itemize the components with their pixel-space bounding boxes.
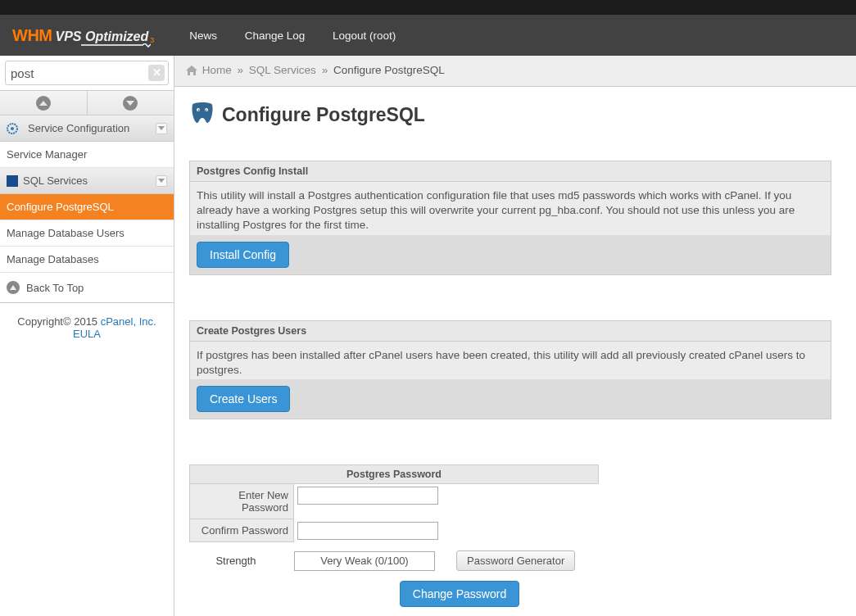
sidebar-item-label: Service Manager (7, 148, 87, 161)
password-header: Postgres Password (189, 464, 599, 484)
sidebar-item-label: Manage Database Users (7, 227, 125, 239)
new-password-input[interactable] (297, 487, 438, 505)
arrow-up-icon (39, 101, 48, 106)
password-section: Postgres Password Enter New Password Con… (189, 464, 599, 607)
strength-label: Strength (189, 555, 294, 567)
sidebar-section-service-config[interactable]: Service Configuration (0, 116, 174, 142)
password-generator-button[interactable]: Password Generator (456, 550, 575, 571)
sql-icon (7, 175, 18, 187)
sidebar-item-manage-databases[interactable]: Manage Databases (0, 247, 174, 273)
panel-body: This utility will install a Postgres aut… (190, 182, 831, 235)
panel-body: If postgres has been installed after cPa… (190, 342, 831, 379)
logo-vps-text: VPS Optimized (55, 29, 148, 44)
arrow-up-circle-icon (7, 281, 20, 294)
sidebar-item-label: Manage Databases (7, 253, 99, 265)
back-to-top-label: Back To Top (26, 282, 84, 294)
collapse-down-button[interactable] (88, 91, 174, 115)
panel-config-install: Postgres Config Install This utility wil… (189, 161, 831, 275)
chevron-down-icon (156, 175, 167, 187)
gear-icon (7, 123, 18, 134)
page-title-row: Configure PostgreSQL (189, 102, 831, 128)
logo-whm-text: WHM (12, 26, 52, 45)
search-input[interactable] (5, 61, 169, 85)
panel-header: Postgres Config Install (190, 161, 831, 182)
sidebar-section-label: Service Configuration (28, 122, 129, 134)
breadcrumb-sep: » (322, 64, 328, 76)
panel-create-users: Create Postgres Users If postgres has be… (189, 320, 831, 419)
top-strip (0, 0, 856, 15)
nav-logout[interactable]: Logout (root) (333, 29, 396, 42)
sidebar-section-sql-services[interactable]: SQL Services (0, 168, 174, 194)
breadcrumb-sep: » (238, 64, 244, 76)
create-users-button[interactable]: Create Users (197, 386, 290, 412)
svg-point-5 (206, 110, 207, 111)
arrow-down-icon (126, 101, 134, 106)
main: Home » SQL Services » Configure PostgreS… (174, 56, 856, 616)
sidebar-item-manage-db-users[interactable]: Manage Database Users (0, 220, 174, 247)
panel-header: Create Postgres Users (190, 321, 831, 342)
collapse-arrows (0, 91, 174, 116)
copyright-text: Copyright© 2015 (17, 315, 100, 328)
change-password-button[interactable]: Change Password (400, 581, 519, 607)
breadcrumb-sql[interactable]: SQL Services (249, 64, 316, 76)
nav-links: News Change Log Logout (root) (177, 29, 408, 42)
header-bar: WHM VPS Optimized 3 News Change Log Logo… (0, 15, 856, 56)
strength-meter: Very Weak (0/100) (294, 551, 435, 571)
logo[interactable]: WHM VPS Optimized 3 (12, 26, 152, 45)
collapse-up-button[interactable] (0, 91, 88, 115)
logo-underline-icon (81, 43, 151, 48)
sidebar: ✕ Service Configuration Service Manager … (0, 56, 174, 616)
breadcrumb: Home » SQL Services » Configure PostgreS… (174, 56, 856, 87)
new-password-label: Enter New Password (189, 484, 294, 519)
copyright: Copyright© 2015 cPanel, Inc. EULA (0, 303, 174, 352)
cpanel-link[interactable]: cPanel, Inc. (101, 315, 156, 328)
svg-point-1 (11, 127, 14, 130)
breadcrumb-current: Configure PostgreSQL (333, 64, 445, 76)
search-row: ✕ (0, 56, 174, 91)
chevron-down-icon (156, 123, 167, 134)
logo-sub: 3 (150, 36, 154, 44)
confirm-password-input[interactable] (297, 522, 438, 540)
sidebar-item-service-manager[interactable]: Service Manager (0, 142, 174, 168)
postgresql-icon (189, 102, 215, 128)
home-icon (186, 66, 197, 78)
back-to-top-button[interactable]: Back To Top (0, 273, 174, 303)
confirm-password-label: Confirm Password (189, 519, 294, 542)
breadcrumb-home[interactable]: Home (202, 64, 232, 76)
nav-change-log[interactable]: Change Log (245, 29, 306, 42)
logo-vps-label: VPS Optimized (55, 29, 148, 43)
sidebar-item-label: Configure PostgreSQL (7, 201, 114, 213)
sidebar-section-label: SQL Services (23, 174, 88, 187)
nav-news[interactable]: News (189, 29, 217, 42)
eula-link[interactable]: EULA (73, 328, 101, 340)
install-config-button[interactable]: Install Config (197, 242, 289, 268)
clear-search-icon[interactable]: ✕ (148, 65, 165, 81)
page-title: Configure PostgreSQL (222, 104, 425, 126)
svg-point-4 (198, 110, 200, 111)
sidebar-item-configure-postgresql[interactable]: Configure PostgreSQL (0, 194, 174, 220)
